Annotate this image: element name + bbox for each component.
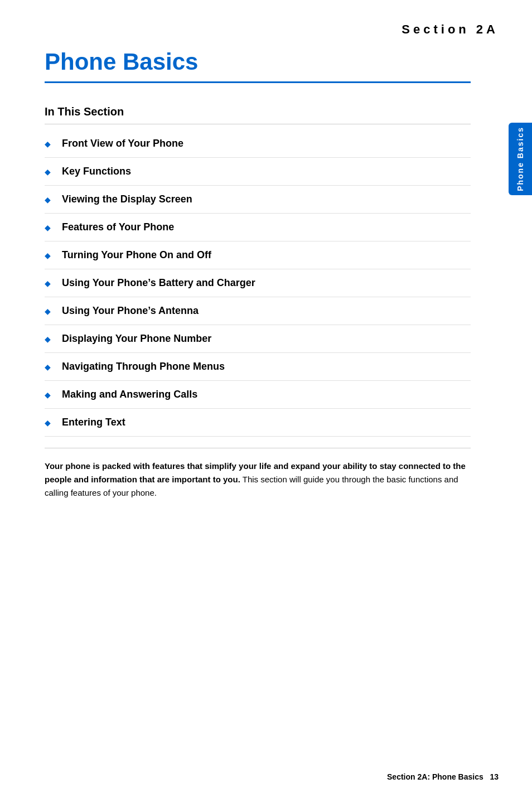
toc-item-label: Key Functions: [62, 166, 131, 177]
page-container: Section 2A Phone Basics Phone Basics In …: [0, 0, 532, 798]
toc-item-label: Features of Your Phone: [62, 221, 174, 233]
title-underline: [45, 81, 471, 83]
body-text: Your phone is packed with features that …: [45, 460, 471, 500]
bullet-icon: ◆: [45, 139, 51, 148]
bullet-icon: ◆: [45, 167, 51, 176]
bullet-icon: ◆: [45, 390, 51, 399]
list-item: ◆ Features of Your Phone: [45, 214, 471, 241]
bullet-icon: ◆: [45, 223, 51, 232]
bullet-icon: ◆: [45, 195, 51, 204]
page-footer: Section 2A: Phone Basics 13: [0, 772, 532, 781]
toc-item-label: Using Your Phone’s Antenna: [62, 305, 199, 317]
toc-item-label: Making and Answering Calls: [62, 389, 197, 400]
toc-list: ◆ Front View of Your Phone ◆ Key Functio…: [45, 130, 471, 437]
list-item: ◆ Front View of Your Phone: [45, 130, 471, 158]
bullet-icon: ◆: [45, 279, 51, 288]
bullet-icon: ◆: [45, 307, 51, 316]
list-item: ◆ Making and Answering Calls: [45, 381, 471, 409]
page-title: Phone Basics: [45, 48, 471, 76]
list-item: ◆ Using Your Phone’s Battery and Charger: [45, 269, 471, 297]
toc-heading: In This Section: [45, 105, 471, 124]
side-tab: Phone Basics: [509, 123, 532, 195]
list-item: ◆ Key Functions: [45, 158, 471, 186]
toc-item-label: Front View of Your Phone: [62, 138, 183, 149]
main-content: Phone Basics In This Section ◆ Front Vie…: [0, 48, 504, 522]
bullet-icon: ◆: [45, 335, 51, 344]
list-item: ◆ Using Your Phone’s Antenna: [45, 297, 471, 325]
toc-item-label: Turning Your Phone On and Off: [62, 249, 211, 261]
side-tab-text: Phone Basics: [516, 127, 525, 191]
bullet-icon: ◆: [45, 362, 51, 371]
bullet-icon: ◆: [45, 251, 51, 260]
footer-text: Section 2A: Phone Basics 13: [387, 772, 499, 781]
bullet-icon: ◆: [45, 418, 51, 427]
toc-item-label: Viewing the Display Screen: [62, 194, 192, 205]
body-description: Your phone is packed with features that …: [45, 448, 471, 522]
list-item: ◆ Turning Your Phone On and Off: [45, 241, 471, 269]
section-label: Section 2A: [0, 0, 532, 48]
list-item: ◆ Entering Text: [45, 409, 471, 437]
toc-item-label: Displaying Your Phone Number: [62, 333, 211, 345]
list-item: ◆ Displaying Your Phone Number: [45, 325, 471, 353]
list-item: ◆ Navigating Through Phone Menus: [45, 353, 471, 381]
list-item: ◆ Viewing the Display Screen: [45, 186, 471, 214]
toc-item-label: Navigating Through Phone Menus: [62, 361, 225, 373]
toc-item-label: Using Your Phone’s Battery and Charger: [62, 277, 255, 289]
toc-item-label: Entering Text: [62, 417, 125, 428]
